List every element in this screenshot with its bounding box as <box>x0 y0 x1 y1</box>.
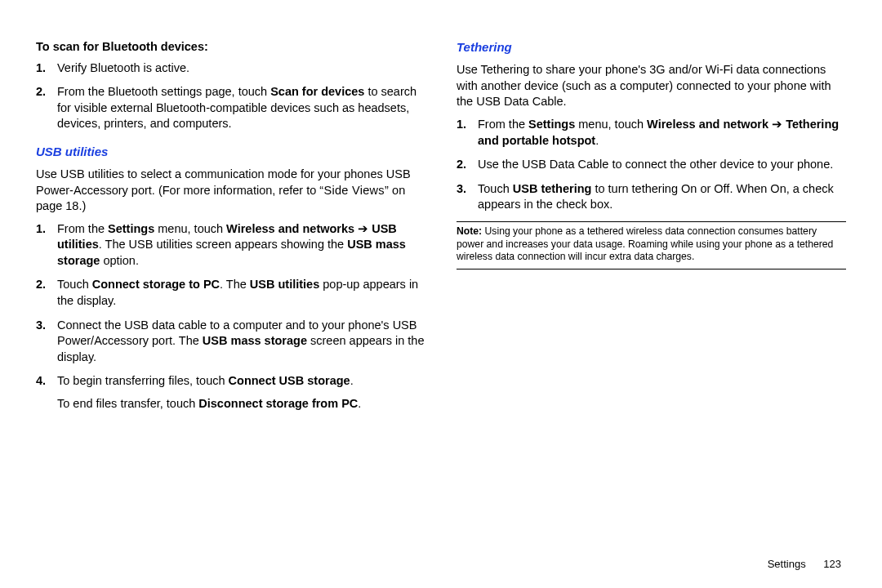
list-item: 3.Touch USB tethering to turn tethering … <box>478 181 846 213</box>
ui-label: Settings <box>528 118 575 131</box>
tethering-list: 1.From the Settings menu, touch Wireless… <box>457 117 846 213</box>
scan-heading: To scan for Bluetooth devices: <box>36 39 425 56</box>
tethering-heading: Tethering <box>457 39 846 56</box>
list-item: 2.Use the USB Data Cable to connect the … <box>478 157 846 173</box>
left-column: To scan for Bluetooth devices: 1.Verify … <box>36 39 425 560</box>
usb-list: 1.From the Settings menu, touch Wireless… <box>36 221 425 412</box>
right-column: Tethering Use Tethering to share your ph… <box>457 39 846 560</box>
list-item: 4.To begin transferring files, touch Con… <box>57 373 425 412</box>
arrow-icon: ➔ <box>354 222 372 235</box>
body-text: Touch <box>478 182 513 195</box>
body-text: menu, touch <box>154 222 226 235</box>
body-text: . The <box>220 278 250 291</box>
body-text: . <box>358 397 361 410</box>
note-body: Using your phone as a tethered wireless … <box>457 225 833 263</box>
usb-intro: Use USB utilities to select a communicat… <box>36 167 425 215</box>
list-item: 1.From the Settings menu, touch Wireless… <box>57 221 425 270</box>
ui-label: USB utilities <box>250 278 319 291</box>
ui-label: Settings <box>108 222 154 235</box>
continuation-line: To end files transfer, touch Disconnect … <box>57 396 425 412</box>
body-text: From the <box>57 222 108 235</box>
list-item: 2.From the Bluetooth settings page, touc… <box>57 84 425 132</box>
body-text: . The USB utilities screen appears showi… <box>99 238 347 251</box>
body-text: . <box>595 134 599 147</box>
body-text: Use the USB Data Cable to connect the ot… <box>478 158 833 171</box>
list-item: 1.Verify Bluetooth is active. <box>57 60 425 77</box>
page-footer: Settings 123 <box>768 557 841 572</box>
note-block: Note: Using your phone as a tethered wir… <box>457 221 846 270</box>
body-text: Verify Bluetooth is active. <box>57 61 189 74</box>
body-text: . <box>350 374 354 387</box>
arrow-icon: ➔ <box>768 118 786 131</box>
tethering-intro: Use Tethering to share your phone's 3G a… <box>457 62 846 110</box>
ui-label: Disconnect storage from PC <box>198 397 358 410</box>
list-item: 1.From the Settings menu, touch Wireless… <box>478 117 846 149</box>
body-text: To begin transferring files, touch <box>57 374 229 387</box>
usb-utilities-heading: USB utilities <box>36 144 425 160</box>
body-text: To end files transfer, touch <box>57 397 198 410</box>
ui-label: Scan for devices <box>270 85 364 98</box>
ui-label: Connect storage to PC <box>92 278 220 291</box>
ui-label: USB mass storage <box>203 334 307 347</box>
footer-section: Settings <box>768 558 806 570</box>
note-label: Note: <box>457 225 482 237</box>
footer-page-number: 123 <box>823 558 841 570</box>
body-text: Touch <box>57 278 92 291</box>
list-item: 2.Touch Connect storage to PC. The USB u… <box>57 277 425 309</box>
body-text: menu, touch <box>575 118 647 131</box>
ui-label: Wireless and networks <box>226 222 354 235</box>
ui-label: Wireless and network <box>647 118 768 131</box>
ui-label: USB tethering <box>513 182 592 195</box>
list-item: 3.Connect the USB data cable to a comput… <box>57 318 425 366</box>
body-text: From the Bluetooth settings page, touch <box>57 85 270 98</box>
scan-list: 1.Verify Bluetooth is active. 2.From the… <box>36 60 425 132</box>
body-text: From the <box>478 118 528 131</box>
body-text: option. <box>100 254 139 267</box>
cross-ref: “Side Views” <box>319 184 389 197</box>
ui-label: Connect USB storage <box>229 374 350 387</box>
